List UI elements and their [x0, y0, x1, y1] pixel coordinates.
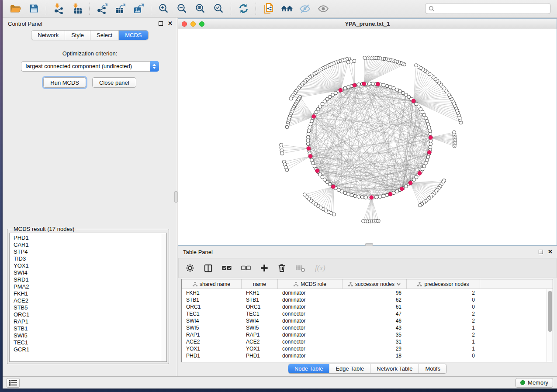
tab-network-table[interactable]: Network Table	[370, 364, 419, 373]
network-node[interactable]	[364, 196, 367, 199]
column-header-name[interactable]: name	[242, 279, 278, 289]
search-input[interactable]	[437, 5, 547, 12]
network-canvas[interactable]	[178, 29, 557, 245]
zoom-out-icon[interactable]	[173, 1, 191, 16]
save-session-icon[interactable]	[24, 1, 43, 16]
delete-column-icon[interactable]	[278, 264, 286, 272]
network-node[interactable]	[306, 135, 310, 139]
network-node[interactable]	[375, 196, 378, 199]
column-header-MCDS-role[interactable]: MCDS role	[278, 279, 343, 289]
zoom-fit-icon[interactable]	[191, 1, 209, 16]
import-table-icon[interactable]	[68, 1, 86, 16]
network-node[interactable]	[306, 139, 310, 142]
network-node[interactable]	[285, 125, 289, 129]
network-node[interactable]	[346, 60, 350, 64]
mcds-result-item[interactable]: CAR1	[10, 241, 166, 248]
mcds-node[interactable]	[418, 171, 422, 175]
mcds-node[interactable]	[315, 169, 319, 173]
import-network-icon[interactable]	[49, 1, 68, 16]
network-node[interactable]	[363, 56, 367, 60]
network-node[interactable]	[306, 142, 310, 146]
clone-network-icon[interactable]	[259, 1, 277, 16]
network-node[interactable]	[429, 132, 432, 136]
table-row[interactable]: TEC1TEC1connector472	[182, 310, 547, 317]
close-panel-button[interactable]: Close panel	[92, 77, 136, 88]
show-all-icon[interactable]	[314, 1, 332, 16]
table-row[interactable]: STB1STB1dominator620	[182, 296, 547, 303]
vertical-splitter-handle[interactable]	[174, 191, 178, 203]
tab-network[interactable]: Network	[31, 31, 65, 40]
network-node[interactable]	[343, 191, 347, 195]
column-header-shared-name[interactable]: shared name	[182, 279, 242, 289]
export-network-icon[interactable]	[93, 1, 111, 16]
mcds-result-item[interactable]: PHD1	[10, 234, 166, 241]
network-node[interactable]	[357, 83, 360, 86]
refresh-view-icon[interactable]	[234, 1, 253, 16]
network-node[interactable]	[382, 194, 385, 198]
table-row[interactable]: FKH1FKH1dominator962	[182, 289, 547, 296]
function-builder-icon[interactable]: f(x)	[315, 264, 325, 272]
optimization-criterion-dropdown[interactable]: largest connected component (undirected)	[21, 61, 159, 72]
split-panel-icon[interactable]	[204, 264, 212, 272]
mcds-node[interactable]	[376, 82, 380, 86]
table-row[interactable]: ACE2ACE2connector311	[182, 338, 547, 345]
network-node[interactable]	[367, 82, 371, 86]
mcds-node[interactable]	[331, 185, 335, 189]
network-node[interactable]	[382, 83, 385, 87]
tab-motifs[interactable]: Motifs	[419, 364, 446, 373]
table-scrollbar[interactable]	[547, 289, 553, 362]
mcds-node[interactable]	[429, 136, 432, 140]
delete-table-icon[interactable]	[295, 264, 305, 272]
tab-node-table[interactable]: Node Table	[288, 364, 329, 373]
mcds-result-item[interactable]: STP4	[10, 248, 166, 255]
network-node[interactable]	[426, 155, 430, 158]
network-node[interactable]	[350, 193, 353, 197]
memory-button[interactable]: Memory	[515, 378, 553, 388]
column-header-successor-nodes[interactable]: successor nodes	[343, 279, 407, 289]
mcds-node[interactable]	[308, 154, 312, 158]
mcds-result-item[interactable]: SRD1	[10, 276, 166, 283]
float-panel-icon[interactable]	[159, 21, 163, 26]
mcds-node[interactable]	[427, 151, 431, 155]
mcds-node[interactable]	[408, 181, 412, 185]
mcds-node[interactable]	[312, 114, 316, 118]
float-table-panel-icon[interactable]	[539, 250, 543, 254]
table-row[interactable]: PHD1PHD1dominator180	[182, 352, 547, 359]
network-node[interactable]	[308, 126, 311, 129]
add-column-icon[interactable]	[260, 264, 268, 272]
network-node[interactable]	[285, 168, 289, 172]
network-node[interactable]	[428, 129, 432, 132]
network-node[interactable]	[343, 86, 347, 90]
tab-mcds[interactable]: MCDS	[118, 31, 148, 40]
table-row[interactable]: YOX1YOX1connector291	[182, 345, 547, 352]
network-node[interactable]	[418, 203, 422, 207]
close-table-panel-icon[interactable]: ✕	[548, 250, 553, 254]
network-node[interactable]	[309, 123, 312, 126]
mcds-node[interactable]	[400, 187, 404, 191]
network-node[interactable]	[429, 142, 432, 146]
network-graph[interactable]	[178, 29, 557, 245]
mcds-node[interactable]	[353, 83, 356, 87]
network-node[interactable]	[392, 86, 395, 90]
task-history-button[interactable]	[7, 378, 20, 388]
mcds-node[interactable]	[370, 196, 374, 199]
mcds-result-item[interactable]: GCR1	[10, 346, 166, 353]
run-mcds-button[interactable]: Run MCDS	[43, 77, 86, 88]
network-node[interactable]	[280, 151, 284, 155]
network-node[interactable]	[353, 194, 357, 198]
hide-selected-icon[interactable]	[296, 1, 314, 16]
mcds-result-item[interactable]: PMA2	[10, 283, 166, 290]
mcds-result-item[interactable]: STB5	[10, 304, 166, 311]
network-node[interactable]	[346, 85, 350, 89]
export-table-icon[interactable]	[111, 1, 129, 16]
result-list-scrollbar[interactable]	[161, 233, 166, 361]
mcds-result-item[interactable]: STB1	[10, 325, 166, 332]
network-node[interactable]	[453, 131, 456, 134]
select-all-icon[interactable]	[222, 265, 232, 271]
mcds-result-item[interactable]: RAP1	[10, 318, 166, 325]
table-row[interactable]: SWI5SWI5connector431	[182, 324, 547, 331]
tab-edge-table[interactable]: Edge Table	[329, 364, 370, 373]
mcds-result-item[interactable]: SWI5	[10, 332, 166, 339]
zoom-selected-icon[interactable]	[209, 1, 228, 16]
deselect-all-icon[interactable]	[241, 265, 251, 271]
